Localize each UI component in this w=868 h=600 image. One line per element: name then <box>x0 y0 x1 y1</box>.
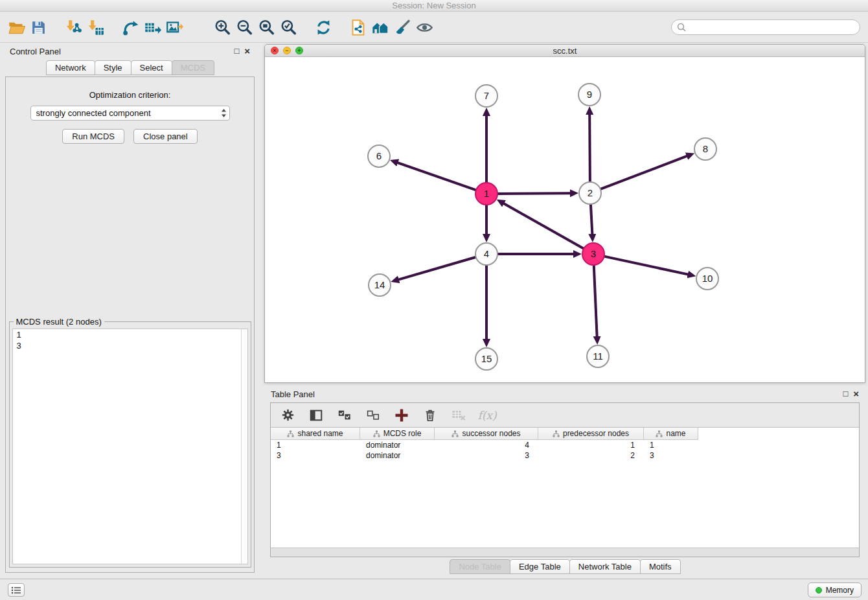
graph-edge-2-9[interactable] <box>589 114 590 182</box>
column-header-MCDS-role[interactable]: MCDS role <box>360 428 435 440</box>
graph-edge-3-11[interactable] <box>594 265 597 337</box>
result-list-scrollbar[interactable] <box>241 329 247 564</box>
minimize-window-button[interactable]: − <box>283 47 291 54</box>
graph-node-9[interactable]: 9 <box>578 84 600 106</box>
table-cell[interactable]: 2 <box>538 450 644 461</box>
svg-text:7: 7 <box>484 90 489 101</box>
table-row[interactable]: 3dominator323 <box>271 450 859 461</box>
export-network-button[interactable] <box>119 16 141 39</box>
zoom-in-button[interactable] <box>211 16 233 39</box>
table-panel-close-icon[interactable]: × <box>853 389 859 398</box>
graph-node-2[interactable]: 2 <box>579 182 601 204</box>
refresh-icon <box>315 19 332 36</box>
table-cell[interactable]: 1 <box>538 440 644 450</box>
tab-edge-table[interactable]: Edge Table <box>510 559 570 574</box>
delete-row-button[interactable] <box>421 406 439 424</box>
control-panel-float-icon[interactable]: □ <box>234 47 239 56</box>
tab-mcds[interactable]: MCDS <box>172 60 214 75</box>
add-row-button[interactable] <box>393 406 411 424</box>
zoom-fit-button[interactable] <box>255 16 277 39</box>
tab-motifs[interactable]: Motifs <box>640 559 681 574</box>
network-window-title: scc.txt <box>265 46 865 56</box>
table-cell[interactable]: dominator <box>360 450 435 461</box>
unselect-all-button[interactable] <box>364 406 382 424</box>
tab-node-table[interactable]: Node Table <box>450 559 510 574</box>
graph-edge-2-3[interactable] <box>591 204 593 235</box>
table-row[interactable]: 1dominator411 <box>271 440 859 450</box>
table-settings-button[interactable] <box>279 406 297 424</box>
graph-node-14[interactable]: 14 <box>369 274 391 296</box>
apply-layout-button[interactable] <box>312 16 334 39</box>
graph-node-6[interactable]: 6 <box>368 145 390 167</box>
table-cell[interactable]: 1 <box>271 440 360 450</box>
criterion-select[interactable]: strongly connected component <box>30 106 230 121</box>
control-panel-tabs: Network Style Select MCDS <box>3 60 257 75</box>
memory-button[interactable]: Memory <box>808 583 862 597</box>
main-toolbar <box>0 12 868 43</box>
zoom-window-button[interactable]: + <box>295 47 303 54</box>
run-mcds-button[interactable]: Run MCDS <box>62 129 124 144</box>
column-sort-icon <box>287 430 294 437</box>
graph-edge-3-1[interactable] <box>503 203 584 249</box>
graph-edge-1-6[interactable] <box>397 163 476 190</box>
show-graphics-details-button[interactable] <box>413 16 435 39</box>
close-panel-button[interactable]: Close panel <box>133 129 198 144</box>
table-cell[interactable]: 3 <box>435 450 538 461</box>
network-graph[interactable]: 7968124314101511 <box>265 57 865 382</box>
graph-node-15[interactable]: 15 <box>475 348 497 370</box>
graph-node-10[interactable]: 10 <box>696 268 718 290</box>
graph-node-8[interactable]: 8 <box>694 138 716 160</box>
zoom-selected-button[interactable] <box>277 16 299 39</box>
table-cell[interactable]: 3 <box>271 450 360 461</box>
graph-node-7[interactable]: 7 <box>475 85 497 107</box>
table-panel-float-icon[interactable]: □ <box>843 389 848 398</box>
import-network-button[interactable] <box>62 16 84 39</box>
paint-style-button[interactable] <box>391 16 413 39</box>
export-table-button[interactable] <box>141 16 163 39</box>
select-all-button[interactable] <box>336 406 354 424</box>
show-column-button[interactable] <box>307 406 325 424</box>
column-header-successor-nodes[interactable]: successor nodes <box>435 428 538 440</box>
graph-node-3[interactable]: 3 <box>582 243 604 265</box>
result-item[interactable]: 1 <box>13 329 247 340</box>
graph-edge-3-10[interactable] <box>604 257 689 275</box>
zoom-out-button[interactable] <box>233 16 255 39</box>
network-canvas[interactable]: 7968124314101511 <box>265 57 865 382</box>
result-item[interactable]: 3 <box>13 340 247 351</box>
function-builder-button[interactable]: f(x) <box>478 406 496 424</box>
control-panel-close-icon[interactable]: × <box>244 47 250 56</box>
save-session-button[interactable] <box>27 16 49 39</box>
graph-edge-2-8[interactable] <box>600 156 687 189</box>
table-cell[interactable]: 3 <box>644 450 698 461</box>
node-table-container: f(x) shared nameMCDS rolesuccessor nodes… <box>270 402 860 557</box>
close-window-button[interactable]: × <box>271 47 279 54</box>
column-header-predecessor-nodes[interactable]: predecessor nodes <box>538 428 644 440</box>
table-cell[interactable]: 4 <box>435 440 538 450</box>
table-cell[interactable]: 1 <box>644 440 698 450</box>
tab-select[interactable]: Select <box>131 60 172 75</box>
optimization-criterion-label: Optimization criterion: <box>89 90 171 100</box>
import-table-button[interactable] <box>84 16 106 39</box>
tab-network[interactable]: Network <box>46 60 95 75</box>
graph-node-11[interactable]: 11 <box>587 345 609 367</box>
task-history-button[interactable] <box>8 583 25 597</box>
search-input[interactable] <box>689 23 854 32</box>
export-image-button[interactable] <box>163 16 185 39</box>
open-session-button[interactable] <box>5 16 27 39</box>
graph-node-1[interactable]: 1 <box>475 183 497 205</box>
graph-node-4[interactable]: 4 <box>475 243 497 265</box>
table-horizontal-scrollbar[interactable] <box>271 548 859 557</box>
table-cell[interactable]: dominator <box>360 440 435 450</box>
column-header-shared-name[interactable]: shared name <box>271 428 360 440</box>
delete-table-button[interactable] <box>450 406 468 424</box>
column-header-name[interactable]: name <box>644 428 698 440</box>
graph-edge-4-14[interactable] <box>398 257 476 280</box>
column-sort-icon <box>553 430 560 437</box>
open-browser-button[interactable] <box>347 16 369 39</box>
home-button[interactable] <box>369 16 391 39</box>
tab-network-table[interactable]: Network Table <box>569 559 641 574</box>
document-share-icon <box>350 19 367 36</box>
tab-style[interactable]: Style <box>95 60 131 75</box>
export-image-icon <box>166 19 183 36</box>
graph-edge-1-2[interactable] <box>497 193 571 194</box>
